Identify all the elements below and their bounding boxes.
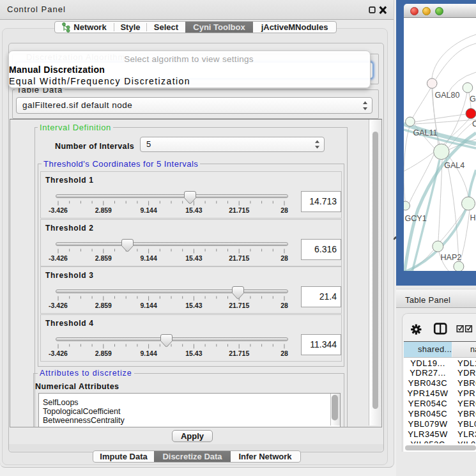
svg-text:15.43: 15.43 xyxy=(185,349,202,357)
svg-text:2.859: 2.859 xyxy=(95,206,112,214)
svg-text:-3.426: -3.426 xyxy=(49,302,68,309)
svg-text:-3.426: -3.426 xyxy=(49,254,68,262)
svg-text:21.715: 21.715 xyxy=(229,254,249,262)
svg-text:GAL11: GAL11 xyxy=(413,128,438,137)
svg-text:GA: GA xyxy=(470,95,476,104)
svg-text:15.43: 15.43 xyxy=(185,254,202,262)
svg-text:2.859: 2.859 xyxy=(95,254,112,262)
svg-text:28: 28 xyxy=(280,206,288,214)
svg-text:28: 28 xyxy=(280,254,288,262)
svg-text:15.43: 15.43 xyxy=(185,302,202,309)
svg-text:HAP2: HAP2 xyxy=(441,253,462,262)
svg-text:21.715: 21.715 xyxy=(229,206,249,214)
svg-text:GAL80: GAL80 xyxy=(435,91,460,100)
svg-text:GAL4: GAL4 xyxy=(444,161,464,170)
svg-text:-3.426: -3.426 xyxy=(49,349,68,357)
svg-text:28: 28 xyxy=(280,349,288,357)
svg-text:C: C xyxy=(472,119,476,128)
svg-text:28: 28 xyxy=(280,302,288,309)
svg-text:15.43: 15.43 xyxy=(185,206,202,214)
svg-text:-3.426: -3.426 xyxy=(49,206,68,214)
svg-text:GCY1: GCY1 xyxy=(405,214,427,223)
svg-text:9.144: 9.144 xyxy=(140,349,157,357)
svg-text:9.144: 9.144 xyxy=(140,254,157,262)
svg-text:9.144: 9.144 xyxy=(140,302,157,309)
svg-text:9.144: 9.144 xyxy=(140,206,157,214)
svg-text:2.859: 2.859 xyxy=(95,302,112,309)
svg-text:2.859: 2.859 xyxy=(95,349,112,357)
svg-text:21.715: 21.715 xyxy=(229,302,249,309)
svg-text:H: H xyxy=(470,213,476,222)
svg-text:21.715: 21.715 xyxy=(229,349,249,357)
